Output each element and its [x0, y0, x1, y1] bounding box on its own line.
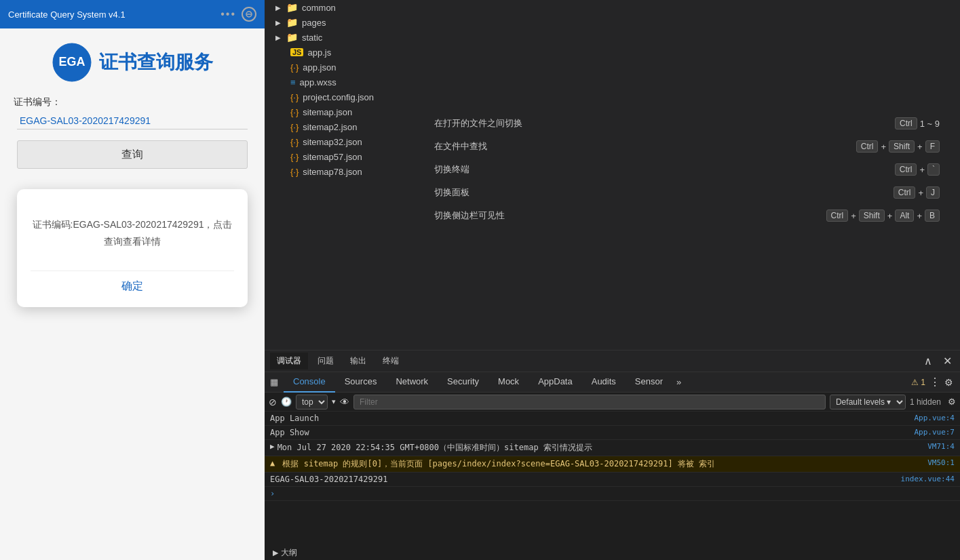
key-b: B	[925, 209, 940, 222]
log-source[interactable]: VM50:1	[927, 458, 955, 467]
log-entry-input: ›	[265, 487, 960, 501]
log-source[interactable]: App.vue:7	[914, 428, 955, 437]
file-appjson[interactable]: {·} app.json	[265, 60, 414, 75]
shortcut-toggle-panel: 切换面板 Ctrl + J	[434, 186, 940, 199]
shortcut-find-in-file: 在文件中查找 Ctrl + Shift + F	[434, 140, 940, 153]
logo-text: 证书查询服务	[99, 49, 213, 75]
file-sitemap78[interactable]: {·} sitemap78.json	[265, 164, 414, 179]
file-sitemap32[interactable]: {·} sitemap32.json	[265, 134, 414, 149]
log-source[interactable]: App.vue:4	[914, 414, 955, 422]
key-plus: +	[919, 165, 925, 175]
shortcut-keys: Ctrl + Shift + F	[856, 140, 940, 153]
file-sitemap2[interactable]: {·} sitemap2.json	[265, 119, 414, 134]
more-tabs-icon[interactable]: »	[672, 377, 685, 387]
tab-mock[interactable]: Mock	[488, 372, 529, 393]
title-bar: Certificate Query System v4.1 •••	[0, 0, 265, 28]
folder-common[interactable]: ▶ 📁 common	[265, 0, 414, 15]
shortcut-toggle-terminal: 切换终端 Ctrl + `	[434, 163, 940, 176]
tab-console[interactable]: Console	[284, 372, 335, 393]
file-sitemap[interactable]: {·} sitemap.json	[265, 104, 414, 119]
log-source[interactable]: index.vue:44	[901, 475, 955, 483]
more-options-icon[interactable]: ⋮	[929, 376, 940, 388]
shortcut-keys: Ctrl + `	[895, 163, 940, 176]
tab-debugger[interactable]: 调试器	[270, 353, 308, 369]
title-bar-title: Certificate Query System v4.1	[8, 9, 126, 20]
console-filter-bar: ⊘ 🕐 top ▾ 👁 Default levels ▾ 1 hidden ⚙	[265, 393, 960, 412]
tab-output[interactable]: 输出	[343, 353, 373, 369]
file-name: sitemap57.json	[303, 152, 362, 162]
folder-arrow: ▶	[275, 4, 282, 12]
key-plus: +	[918, 188, 923, 198]
eye-icon[interactable]: 👁	[340, 397, 349, 407]
title-bar-circle	[242, 7, 256, 22]
chevron-up-icon[interactable]: ∧	[921, 353, 935, 369]
hidden-count-badge: 1 hidden	[910, 397, 941, 407]
folder-icon: 📁	[286, 17, 298, 28]
svg-text:EGA: EGA	[58, 55, 85, 68]
file-appjs[interactable]: JS app.js	[265, 45, 414, 60]
tab-network[interactable]: Network	[386, 372, 438, 393]
file-name: sitemap78.json	[303, 167, 362, 177]
key-plus: +	[917, 211, 922, 221]
tab-sensor[interactable]: Sensor	[626, 372, 672, 393]
tab-security[interactable]: Security	[438, 372, 488, 393]
tab-sources[interactable]: Sources	[335, 372, 387, 393]
log-entry-app-show: App Show App.vue:7	[265, 426, 960, 440]
console-sidebar-icon[interactable]: ▦	[265, 377, 284, 387]
level-select[interactable]: Default levels ▾	[830, 395, 906, 409]
key-plus: +	[881, 142, 886, 152]
clock-icon[interactable]: 🕐	[281, 397, 292, 407]
folder-static[interactable]: ▶ 📁 static	[265, 30, 414, 45]
file-tree: ▶ 📁 common ▶ 📁 pages ▶ 📁 static JS app.j…	[265, 0, 414, 350]
log-entry-app-launch: App Launch App.vue:4	[265, 412, 960, 426]
tab-terminal[interactable]: 终端	[376, 353, 406, 369]
outline-label: 大纲	[281, 547, 297, 559]
file-appwxss[interactable]: ≡ app.wxss	[265, 75, 414, 89]
shortcut-keys: Ctrl + Shift + Alt + B	[826, 209, 940, 222]
shortcut-label: 在打开的文件之间切换	[434, 117, 522, 129]
json-file-icon: {·}	[290, 62, 299, 73]
key-sep: 1 ~ 9	[920, 119, 940, 129]
file-name: app.js	[307, 47, 331, 58]
log-text: App Launch	[270, 414, 908, 423]
console-right-controls: ⚠ 1 ⋮ ⚙	[911, 376, 960, 388]
tab-appdata[interactable]: AppData	[529, 372, 582, 393]
key-j: J	[926, 186, 940, 199]
main-area: ▶ 📁 common ▶ 📁 pages ▶ 📁 static JS app.j…	[265, 0, 960, 350]
wxss-file-icon: ≡	[290, 77, 296, 87]
app-logo-icon: EGA	[52, 42, 92, 83]
collapse-arrow-icon[interactable]: ▶	[273, 548, 278, 557]
cert-input[interactable]	[17, 113, 248, 129]
tab-audits[interactable]: Audits	[582, 372, 626, 393]
log-text: 根据 sitemap 的规则[0]，当前页面 [pages/index/inde…	[277, 458, 922, 470]
file-sitemap57[interactable]: {·} sitemap57.json	[265, 149, 414, 164]
log-entry-cert-id: EGAG-SAL03-2020217429291 index.vue:44	[265, 473, 960, 487]
console-filter-input[interactable]	[353, 395, 826, 409]
dialog-message: 证书编码:EGAG-SAL03-2020217429291，点击查询查看详情	[31, 216, 234, 250]
log-text: App Show	[270, 428, 908, 437]
close-icon[interactable]: ✕	[940, 353, 955, 369]
console-gear-icon[interactable]: ⚙	[948, 397, 956, 407]
logo-area: EGA 证书查询服务	[52, 42, 213, 83]
file-projectconfig[interactable]: {·} project.config.json	[265, 89, 414, 104]
context-select[interactable]: top	[296, 395, 328, 409]
expand-arrow-icon[interactable]: ▶	[270, 442, 275, 451]
key-ctrl: Ctrl	[826, 209, 849, 222]
settings-icon[interactable]: ⚙	[944, 377, 953, 388]
key-plus: +	[851, 211, 856, 221]
query-button[interactable]: 查询	[17, 140, 248, 169]
json-file-icon: {·}	[290, 107, 299, 117]
dialog-confirm-button[interactable]: 确定	[121, 279, 143, 294]
key-ctrl: Ctrl	[895, 117, 917, 129]
json-file-icon: {·}	[290, 137, 299, 147]
tab-issues[interactable]: 问题	[311, 353, 341, 369]
file-name: sitemap2.json	[303, 122, 357, 132]
console-block-icon[interactable]: ⊘	[269, 397, 277, 407]
warn-icon: ▲	[270, 458, 275, 468]
log-source[interactable]: VM71:4	[927, 442, 955, 451]
folder-pages[interactable]: ▶ 📁 pages	[265, 15, 414, 30]
devtools-section: 调试器 问题 输出 终端 ∧ ✕ ▦ Console Sources Netwo…	[265, 350, 960, 560]
log-text: Mon Jul 27 2020 22:54:35 GMT+0800（中国标准时间…	[277, 442, 923, 454]
input-prompt-icon: ›	[270, 489, 275, 498]
json-file-icon: {·}	[290, 122, 299, 132]
